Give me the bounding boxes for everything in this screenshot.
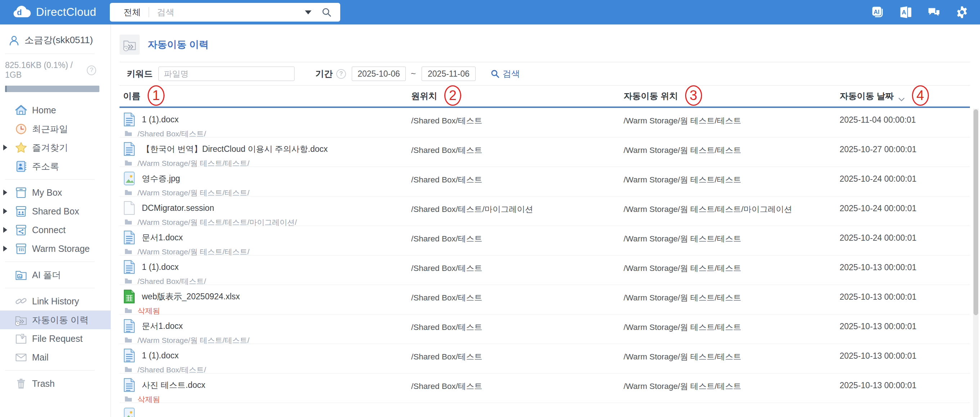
shared-box-icon <box>14 205 28 218</box>
global-search-box[interactable]: 전체 검색 <box>110 3 340 22</box>
docx-file-icon <box>123 378 135 392</box>
search-icon <box>491 70 500 78</box>
storage-usage: 825.16KB (0.1%) / 1GB ? <box>5 60 96 80</box>
sidebar-item-file-request[interactable]: File Request <box>0 329 111 348</box>
translate-icon[interactable]: A <box>899 5 913 19</box>
date-to-input[interactable] <box>422 67 476 81</box>
origin-path-cell <box>411 403 624 410</box>
sidebar-item-shared-box[interactable]: Shared Box <box>0 202 111 220</box>
moved-to-path-cell: /Warm Storage/웜 테스트/테스트 <box>624 373 840 392</box>
sidebar-item-recent-files[interactable]: 최근파일 <box>0 119 111 138</box>
search-scope-selector[interactable]: 전체 <box>124 6 141 18</box>
column-header-3: 자동이동 위치3 <box>624 86 840 106</box>
column-header-label[interactable]: 이름 <box>123 90 140 102</box>
chat-icon[interactable] <box>927 5 941 19</box>
folder-icon <box>124 130 132 138</box>
table-row[interactable]: 1 (1).docx/Shared Box/테스트//Shared Box/테스… <box>119 344 970 373</box>
search-icon[interactable] <box>321 7 332 17</box>
column-header-label[interactable]: 자동이동 날짜 <box>840 90 894 102</box>
sidebar-item-mail[interactable]: Mail <box>0 348 111 366</box>
sidebar-item-trash[interactable]: Trash <box>0 374 111 393</box>
annotation-circle-1: 1 <box>148 85 164 106</box>
table-row[interactable]: 사진 테스트.docx삭제됨/Shared Box/테스트/Warm Stora… <box>119 373 970 403</box>
expand-triangle-icon[interactable] <box>3 227 7 233</box>
column-header-label[interactable]: 자동이동 위치 <box>624 90 678 102</box>
sidebar-item-auto-move-history[interactable]: 자동이동 이력 <box>0 311 111 329</box>
sidebar-item-label: Trash <box>32 379 55 389</box>
file-name[interactable]: 문서1.docx <box>142 232 183 243</box>
table-row[interactable]: 【한국어 번역】DirectCloud 이용시 주의사항.docx/Warm S… <box>119 138 970 167</box>
vertical-scrollbar[interactable] <box>973 109 978 417</box>
favorites-star-icon <box>14 141 28 154</box>
user-profile[interactable]: 소금강(skk0511) <box>0 24 111 46</box>
mail-icon <box>14 351 28 364</box>
sidebar-item-favorites-star[interactable]: 즐겨찾기 <box>0 138 111 157</box>
table-row[interactable]: web版表示_20250924.xlsx삭제됨/Shared Box/테스트/W… <box>119 285 970 314</box>
table-row[interactable]: 문서1.docx/Warm Storage/웜 테스트/테스트//Shared … <box>119 314 970 344</box>
search-input[interactable]: 검색 <box>157 6 174 18</box>
file-name[interactable]: 영수증.jpg <box>142 173 180 184</box>
folder-icon <box>124 160 132 167</box>
table-rows: 1 (1).docx/Shared Box/테스트//Shared Box/테스… <box>119 108 970 417</box>
sidebar-item-ai-folder[interactable]: AIAI 폴더 <box>0 266 111 284</box>
sidebar: 소금강(skk0511) 825.16KB (0.1%) / 1GB ? Hom… <box>0 24 111 417</box>
table-row[interactable]: DCMigrator.session/Warm Storage/웜 테스트/테스… <box>119 197 970 226</box>
period-help-icon[interactable]: ? <box>336 69 346 79</box>
folder-icon <box>124 396 132 403</box>
file-name[interactable]: 1 (1).docx <box>142 351 178 360</box>
ai-assistant-icon[interactable]: AI <box>870 5 885 19</box>
file-name-cell: 1 (1).docx/Shared Box/테스트/ <box>123 344 411 375</box>
table-row[interactable] <box>119 403 970 417</box>
file-name[interactable]: 1 (1).docx <box>142 262 178 272</box>
origin-path-cell: /Shared Box/테스트 <box>411 344 624 362</box>
scrollbar-thumb[interactable] <box>974 109 978 315</box>
expand-triangle-icon[interactable] <box>3 246 7 252</box>
moved-to-path-cell: /Warm Storage/웜 테스트/테스트 <box>624 108 840 126</box>
sidebar-item-label: Home <box>32 105 56 116</box>
sidebar-item-label: AI 폴더 <box>32 269 61 281</box>
sidebar-item-label: Link History <box>32 296 79 306</box>
file-name[interactable]: web版表示_20250924.xlsx <box>142 291 240 302</box>
moved-to-path-cell: /Warm Storage/웜 테스트/테스트 <box>624 138 840 156</box>
keyword-input[interactable] <box>158 67 294 81</box>
image-file-icon <box>123 407 135 417</box>
sidebar-item-address-book[interactable]: 주소록 <box>0 157 111 176</box>
sidebar-item-connect-box[interactable]: Connect <box>0 220 111 239</box>
expand-triangle-icon[interactable] <box>3 144 7 151</box>
file-name[interactable]: 문서1.docx <box>142 320 183 332</box>
moved-to-path-cell: /Warm Storage/웜 테스트/테스트 <box>624 344 840 362</box>
move-date-cell: 2025-10-13 00:00:01 <box>840 285 970 302</box>
table-row[interactable]: 1 (1).docx/Shared Box/테스트//Shared Box/테스… <box>119 255 970 285</box>
user-icon <box>9 35 19 46</box>
sidebar-item-warm-storage[interactable]: Warm Storage <box>0 239 111 258</box>
origin-path-cell: /Shared Box/테스트 <box>411 314 624 333</box>
move-date-cell: 2025-10-13 00:00:01 <box>840 373 970 390</box>
date-from-input[interactable] <box>352 67 406 81</box>
column-header-label[interactable]: 원위치 <box>411 90 437 102</box>
sidebar-item-home[interactable]: Home <box>0 101 111 119</box>
origin-path-cell: /Shared Box/테스트/마이그레이션 <box>411 197 624 215</box>
expand-triangle-icon[interactable] <box>3 208 7 214</box>
file-request-icon <box>14 332 28 346</box>
sidebar-item-link-history[interactable]: Link History <box>0 292 111 311</box>
table-row[interactable]: 문서1.docx/Warm Storage/웜 테스트/테스트//Shared … <box>119 226 970 255</box>
storage-help-icon[interactable]: ? <box>87 65 96 75</box>
table-row[interactable]: 1 (1).docx/Shared Box/테스트//Shared Box/테스… <box>119 108 970 138</box>
search-options-caret-icon[interactable] <box>305 10 312 14</box>
expand-triangle-icon[interactable] <box>3 190 7 195</box>
file-name[interactable]: DCMigrator.session <box>142 203 214 213</box>
filter-search-button[interactable]: 검색 <box>491 68 520 79</box>
file-name[interactable]: 1 (1).docx <box>142 115 178 124</box>
table-row[interactable]: 영수증.jpg/Warm Storage/웜 테스트/테스트//Shared B… <box>119 167 970 197</box>
column-header-1: 이름1 <box>123 86 411 106</box>
file-name[interactable]: 사진 테스트.docx <box>142 380 205 391</box>
app-window: d DirectCloud 전체 검색 AIA 소금강(skk0511) <box>0 0 980 417</box>
sidebar-item-my-box[interactable]: My Box <box>0 183 111 202</box>
file-name[interactable]: 【한국어 번역】DirectCloud 이용시 주의사항.docx <box>142 144 328 155</box>
file-name-cell: 1 (1).docx/Shared Box/테스트/ <box>123 108 411 139</box>
docx-file-icon <box>123 230 135 245</box>
storage-progress-fill <box>5 86 7 92</box>
settings-icon[interactable] <box>955 5 969 19</box>
directcloud-logo[interactable]: d DirectCloud <box>12 0 96 24</box>
sort-chevron-down-icon[interactable] <box>898 94 905 98</box>
